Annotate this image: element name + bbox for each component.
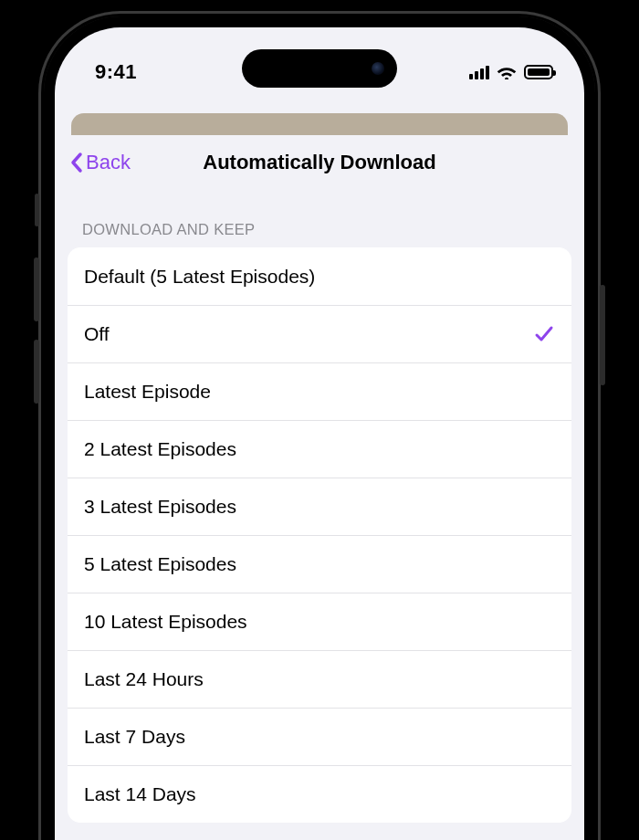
nav-bar: Back Automatically Download bbox=[55, 135, 584, 190]
chevron-left-icon bbox=[69, 152, 84, 173]
option-label: Latest Episode bbox=[84, 381, 211, 403]
option-last-24-hours[interactable]: Last 24 Hours bbox=[68, 650, 571, 708]
status-icons bbox=[469, 65, 553, 79]
cellular-signal-icon bbox=[469, 65, 489, 79]
status-time: 9:41 bbox=[95, 60, 137, 84]
volume-up-button[interactable] bbox=[34, 257, 39, 321]
settings-sheet: Back Automatically Download DOWNLOAD AND… bbox=[55, 135, 584, 840]
back-button[interactable]: Back bbox=[64, 145, 136, 180]
options-list: Default (5 Latest Episodes) Off Latest E… bbox=[68, 247, 571, 823]
option-off[interactable]: Off bbox=[68, 305, 571, 362]
option-label: Last 24 Hours bbox=[84, 668, 204, 690]
volume-down-button[interactable] bbox=[34, 340, 39, 404]
option-label: Last 7 Days bbox=[84, 726, 185, 748]
option-last-14-days[interactable]: Last 14 Days bbox=[68, 765, 571, 823]
option-label: 2 Latest Episodes bbox=[84, 438, 236, 460]
checkmark-icon bbox=[533, 323, 555, 345]
option-label: Last 14 Days bbox=[84, 783, 196, 805]
option-label: 10 Latest Episodes bbox=[84, 611, 247, 633]
option-5-latest[interactable]: 5 Latest Episodes bbox=[68, 535, 571, 593]
front-camera-icon bbox=[372, 62, 384, 75]
power-button[interactable] bbox=[600, 285, 605, 385]
screen: 9:41 Back Automatically Down bbox=[55, 27, 584, 840]
section-header: DOWNLOAD AND KEEP bbox=[55, 190, 584, 247]
option-label: Default (5 Latest Episodes) bbox=[84, 266, 315, 288]
option-last-7-days[interactable]: Last 7 Days bbox=[68, 708, 571, 765]
back-label: Back bbox=[86, 151, 131, 174]
option-label: 5 Latest Episodes bbox=[84, 553, 236, 575]
mute-switch[interactable] bbox=[35, 194, 39, 226]
option-default[interactable]: Default (5 Latest Episodes) bbox=[68, 247, 571, 305]
option-latest-episode[interactable]: Latest Episode bbox=[68, 362, 571, 420]
option-label: Off bbox=[84, 323, 110, 345]
option-2-latest[interactable]: 2 Latest Episodes bbox=[68, 420, 571, 478]
wifi-icon bbox=[497, 65, 517, 79]
option-3-latest[interactable]: 3 Latest Episodes bbox=[68, 478, 571, 535]
option-label: 3 Latest Episodes bbox=[84, 496, 236, 518]
dynamic-island bbox=[242, 49, 397, 88]
phone-frame: 9:41 Back Automatically Down bbox=[38, 11, 601, 840]
option-10-latest[interactable]: 10 Latest Episodes bbox=[68, 593, 571, 650]
battery-icon bbox=[524, 65, 553, 79]
